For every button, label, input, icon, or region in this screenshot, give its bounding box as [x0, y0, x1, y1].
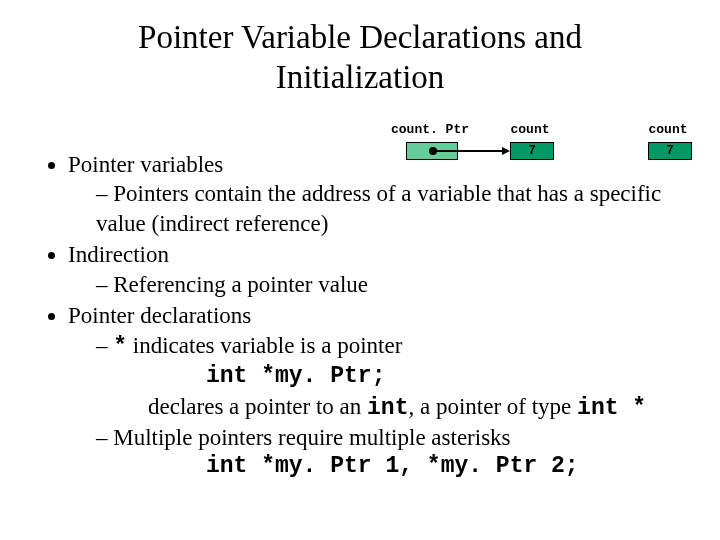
decl-int: int [367, 395, 408, 421]
multi-text: Multiple pointers require multiple aster… [113, 425, 510, 450]
bullet-pointer-variables: Pointer variables Pointers contain the a… [68, 150, 690, 238]
sub-star-indicates: * indicates variable is a pointer int *m… [96, 331, 690, 423]
label-count-1: count [500, 122, 560, 137]
bullet-list: Pointer variables Pointers contain the a… [40, 150, 690, 482]
bullet-indirection: Indirection Referencing a pointer value [68, 240, 690, 299]
sub-indirect-reference: Pointers contain the address of a variab… [96, 179, 690, 238]
bullet-text: Indirection [68, 242, 169, 267]
star-code: * [113, 334, 127, 360]
code-int-myptr: int *my. Ptr; [206, 362, 690, 391]
sub-referencing: Referencing a pointer value [96, 270, 690, 299]
bullet-text: Pointer variables [68, 152, 223, 177]
declares-line: declares a pointer to an int, a pointer … [148, 392, 690, 423]
bullet-pointer-declarations: Pointer declarations * indicates variabl… [68, 301, 690, 482]
star-rest: indicates variable is a pointer [127, 333, 402, 358]
sub-list: Pointers contain the address of a variab… [68, 179, 690, 238]
sub-list: Referencing a pointer value [68, 270, 690, 299]
slide-title: Pointer Variable Declarations and Initia… [40, 18, 680, 97]
decl-mid: , a pointer of type [408, 394, 577, 419]
code-multi-ptr: int *my. Ptr 1, *my. Ptr 2; [206, 452, 690, 481]
slide-body: Pointer variables Pointers contain the a… [40, 150, 690, 484]
sub-multiple-pointers: Multiple pointers require multiple aster… [96, 423, 690, 482]
bullet-text: Pointer declarations [68, 303, 251, 328]
decl-pre: declares a pointer to an [148, 394, 367, 419]
decl-type: int * [577, 395, 646, 421]
label-count-2: count [638, 122, 698, 137]
label-countptr: count. Ptr [390, 122, 470, 137]
title-line-2: Initialization [276, 59, 445, 95]
title-line-1: Pointer Variable Declarations and [138, 19, 582, 55]
slide: Pointer Variable Declarations and Initia… [0, 0, 720, 540]
sub-list: * indicates variable is a pointer int *m… [68, 331, 690, 482]
